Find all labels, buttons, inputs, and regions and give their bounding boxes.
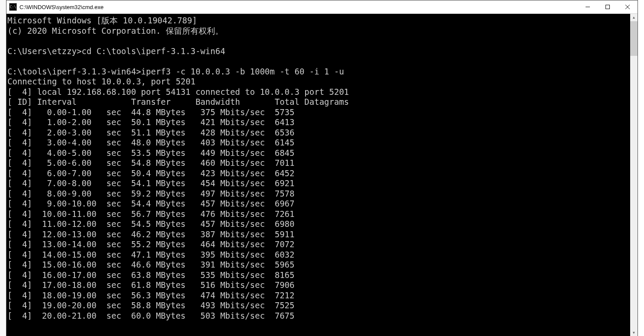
scroll-thumb[interactable] [630, 21, 638, 56]
cmd-window: C:\ C:\WINDOWS\system32\cmd.exe Microsof… [6, 0, 638, 336]
svg-rect-1 [606, 5, 610, 9]
background-strip [0, 0, 6, 336]
window-title: C:\WINDOWS\system32\cmd.exe [19, 4, 103, 10]
scroll-down-arrow[interactable]: ▼ [630, 329, 638, 336]
minimize-button[interactable] [578, 0, 598, 13]
scrollbar[interactable]: ▲ ▼ [630, 14, 638, 336]
terminal-output[interactable]: Microsoft Windows [版本 10.0.19042.789] (c… [6, 14, 630, 336]
close-icon [625, 5, 630, 9]
maximize-button[interactable] [598, 0, 618, 13]
titlebar[interactable]: C:\ C:\WINDOWS\system32\cmd.exe [6, 0, 638, 14]
close-button[interactable] [618, 0, 638, 13]
scroll-track[interactable] [630, 21, 638, 329]
cmd-icon: C:\ [9, 3, 17, 11]
terminal-area: Microsoft Windows [版本 10.0.19042.789] (c… [6, 14, 638, 336]
maximize-icon [605, 5, 610, 9]
scroll-up-arrow[interactable]: ▲ [630, 14, 638, 21]
minimize-icon [586, 5, 590, 9]
window-controls [578, 0, 638, 13]
titlebar-left: C:\ C:\WINDOWS\system32\cmd.exe [6, 3, 103, 11]
